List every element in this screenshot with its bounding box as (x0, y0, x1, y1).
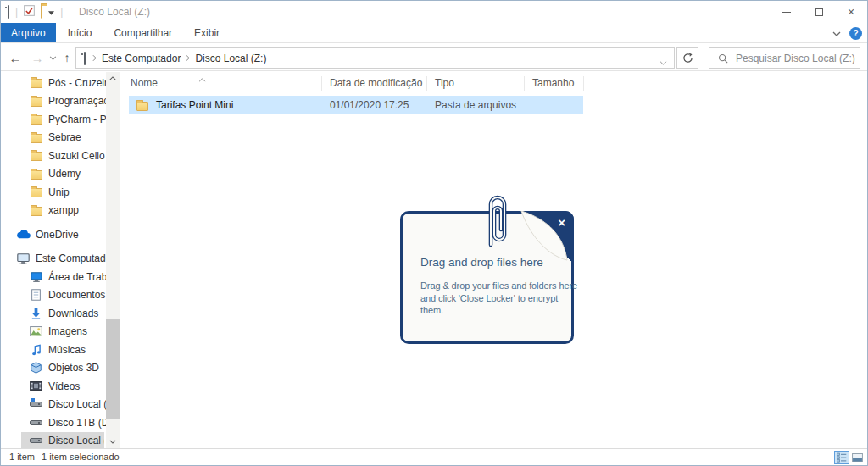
status-bar: 1 item 1 item selecionado (1, 448, 867, 465)
ribbon-right-controls: ? (832, 23, 862, 43)
scroll-up-icon[interactable] (106, 72, 120, 85)
sidebar-item-this-pc[interactable]: Este Computador (1, 250, 106, 269)
chevron-right-icon (91, 54, 98, 62)
film-icon (29, 381, 43, 391)
separator: | (60, 6, 63, 18)
up-button[interactable]: ↑ (58, 47, 75, 68)
sidebar-item-folder[interactable]: Suzuki Cello Sch (1, 147, 106, 165)
drive-windows-icon (29, 402, 43, 407)
search-box (709, 47, 860, 69)
search-input[interactable] (734, 52, 860, 65)
desktop-icon (29, 272, 43, 282)
selection-count: 1 item selecionado (42, 452, 120, 462)
tab-exibir[interactable]: Exibir (183, 23, 231, 42)
properties-icon[interactable] (24, 5, 35, 19)
file-modified-date: 01/01/2020 17:25 (330, 99, 409, 111)
folder-icon (29, 150, 43, 161)
close-button[interactable]: × (835, 1, 867, 23)
sort-ascending-icon (198, 73, 206, 85)
folder-icon (29, 96, 43, 107)
sidebar-item-folder[interactable]: Sebrae (1, 129, 106, 147)
tab-compartilhar[interactable]: Compartilhar (103, 23, 183, 42)
sidebar-item-documents[interactable]: Documentos (1, 286, 106, 305)
column-separator (321, 76, 322, 91)
sidebar-item-drive-c[interactable]: Disco Local (C:) (1, 396, 106, 414)
sidebar-item-downloads[interactable]: Downloads (1, 304, 106, 323)
window-controls: × (771, 1, 867, 23)
explorer-window: | | Disco Local (Z:) × Arquivo Início Co… (0, 0, 868, 466)
thumbnails-view-icon (852, 453, 863, 462)
caret-down-icon[interactable] (48, 6, 54, 18)
breadcrumb-this-pc[interactable]: Este Computador (98, 53, 184, 64)
sidebar-item-onedrive[interactable]: OneDrive (1, 225, 106, 244)
column-header-type[interactable]: Tipo (435, 77, 454, 89)
column-header-name[interactable]: Nome (131, 77, 158, 89)
back-button[interactable]: ← (6, 47, 25, 68)
computer-icon (16, 253, 31, 264)
sidebar-item-folder[interactable]: Udemy (1, 165, 106, 184)
tab-inicio[interactable]: Início (57, 23, 103, 42)
scrollbar-thumb[interactable] (106, 319, 120, 419)
minimize-icon (782, 12, 791, 13)
details-view-button[interactable] (834, 451, 849, 464)
sidebar-item-3d-objects[interactable]: Objetos 3D (1, 359, 106, 378)
address-dropdown-chevron-icon[interactable] (659, 56, 667, 68)
minimize-button[interactable] (771, 1, 803, 23)
sidebar-item-videos[interactable]: Vídeos (1, 377, 106, 396)
music-note-icon (29, 344, 43, 356)
column-header-modified[interactable]: Data de modificação (330, 77, 422, 89)
title-bar: | | Disco Local (Z:) × (1, 1, 867, 23)
scroll-down-icon[interactable] (106, 435, 120, 448)
refresh-button[interactable] (676, 47, 698, 69)
note-title: Drag and drop files here (420, 256, 543, 269)
cloud-icon (16, 230, 31, 239)
sidebar-scrollbar[interactable] (106, 72, 120, 448)
file-row-selected[interactable]: Tarifas Point Mini 01/01/2020 17:25 Past… (129, 96, 583, 114)
document-icon (29, 289, 43, 301)
help-button[interactable]: ? (849, 27, 862, 40)
collapse-ribbon-chevron-icon[interactable] (832, 27, 841, 39)
column-separator (426, 76, 427, 91)
column-separator (583, 76, 584, 91)
breadcrumb-current-drive[interactable]: Disco Local (Z:) (192, 53, 270, 64)
sidebar-item-folder[interactable]: Programação Lar (1, 92, 106, 111)
folder-icon (29, 77, 43, 88)
sidebar-item-desktop[interactable]: Área de Trabalho (1, 268, 106, 286)
thumbnails-view-button[interactable] (849, 451, 865, 464)
drive-icon (29, 438, 43, 443)
column-header-size[interactable]: Tamanho (532, 77, 574, 89)
maximize-button[interactable] (803, 1, 835, 23)
sidebar-item-folder[interactable]: PyCharm - Proje (1, 110, 106, 129)
refresh-icon (682, 53, 693, 64)
sidebar-item-drive-z[interactable]: Disco Local (Z:) (21, 432, 104, 449)
folder-icon (29, 169, 43, 180)
folder-icon (29, 186, 43, 197)
forward-button[interactable]: → (28, 47, 47, 68)
window-title: Disco Local (Z:) (79, 1, 150, 23)
history-chevron-icon[interactable] (47, 47, 58, 68)
quick-access-toolbar: | | (8, 1, 63, 23)
search-icon (718, 53, 728, 64)
download-arrow-icon (29, 308, 43, 319)
folder-icon (29, 114, 43, 125)
tab-arquivo[interactable]: Arquivo (1, 23, 56, 42)
navigation-pane: Pós - Cruzeiro do Programação Lar PyChar… (1, 72, 106, 448)
note-close-button[interactable]: × (558, 215, 565, 230)
drive-icon (84, 53, 86, 64)
address-toolbar: ← → ↑ Este Computador Disco Local (Z:) (1, 44, 867, 71)
paperclip-icon (481, 191, 511, 250)
sidebar-item-music[interactable]: Músicas (1, 341, 106, 359)
sidebar-item-folder[interactable]: Unip (1, 183, 106, 202)
sidebar-item-folder[interactable]: xampp (1, 202, 106, 220)
column-separator (524, 76, 525, 91)
folder-icon (136, 102, 148, 111)
folder-icon (29, 205, 43, 216)
new-folder-icon[interactable] (41, 6, 42, 18)
picture-icon (29, 326, 43, 336)
sidebar-item-folder[interactable]: Pós - Cruzeiro do (1, 74, 106, 92)
sidebar-item-pictures[interactable]: Imagens (1, 323, 106, 341)
sidebar-item-drive-d[interactable]: Disco 1TB (D:) (1, 413, 106, 432)
address-bar[interactable]: Este Computador Disco Local (Z:) (75, 47, 675, 69)
drive-icon (29, 420, 43, 425)
file-name: Tarifas Point Mini (156, 99, 233, 111)
